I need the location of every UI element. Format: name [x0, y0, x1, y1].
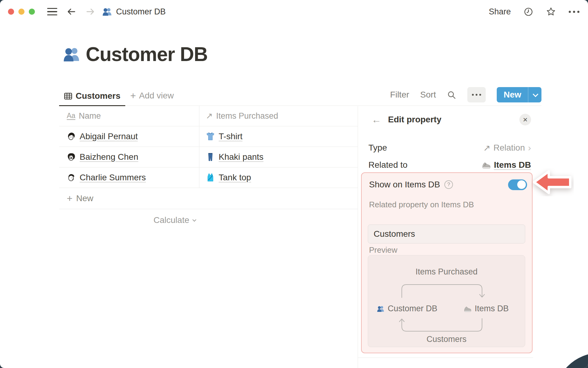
calculate-label: Calculate: [153, 215, 189, 225]
type-label: Type: [368, 143, 387, 153]
table-row: Baizheng Chen Khaki pants: [59, 147, 358, 167]
column-header-name[interactable]: Aa Name: [59, 106, 199, 126]
add-view-label: Add view: [139, 91, 174, 101]
preview-items-db: Items DB: [464, 304, 509, 313]
name-cell[interactable]: Baizheng Chen: [59, 147, 199, 167]
close-window-button[interactable]: [8, 9, 14, 15]
preview-left-label: Customer DB: [388, 304, 437, 313]
chevron-down-icon: [192, 218, 196, 222]
items-cell[interactable]: Khaki pants: [199, 147, 358, 167]
favorite-star-icon[interactable]: [546, 7, 556, 17]
back-arrow-icon[interactable]: [66, 7, 76, 17]
add-view-button[interactable]: + Add view: [125, 91, 177, 105]
relation-icon: ↗: [206, 111, 213, 121]
edit-property-panel: ← Edit property × Type ↗ Relation › Rela…: [358, 106, 543, 368]
table-row: Charlie Summers Tank top: [59, 167, 358, 188]
relation-preview-diagram: Items Purchased Customer DB Items DB Cus…: [368, 255, 525, 347]
panel-header: ← Edit property ×: [371, 113, 531, 126]
page-title[interactable]: Customer DB: [86, 43, 208, 66]
breadcrumb[interactable]: Customer DB: [102, 6, 166, 17]
table-header-row: Aa Name ↗ Items Purchased: [59, 106, 358, 126]
annotation-arrow-icon: [531, 168, 574, 196]
preview-customer-db: Customer DB: [377, 304, 437, 313]
titlebar: Customer DB Share: [0, 0, 588, 23]
people-icon[interactable]: [62, 45, 81, 63]
column-label: Name: [79, 111, 101, 121]
history-clock-icon[interactable]: [524, 7, 533, 17]
name-cell[interactable]: Charlie Summers: [59, 167, 199, 188]
breadcrumb-title: Customer DB: [116, 7, 166, 17]
related-to-value-button[interactable]: Items DB: [482, 160, 531, 170]
items-cell[interactable]: T-shirt: [199, 126, 358, 147]
table-view-icon: [64, 92, 73, 101]
avatar-charlie: [67, 173, 76, 182]
notion-window: Customer DB Share Customer DB Customers: [0, 0, 588, 368]
related-to-value: Items DB: [494, 160, 531, 170]
type-value: Relation: [493, 143, 525, 153]
type-value-button[interactable]: ↗ Relation ›: [483, 143, 531, 153]
sneaker-icon: [482, 160, 491, 170]
filter-button[interactable]: Filter: [390, 90, 409, 100]
forward-arrow-icon[interactable]: [85, 7, 95, 17]
view-toolbar: Customers + Add view Filter Sort New: [59, 87, 541, 106]
panel-divider: [358, 358, 533, 358]
panel-back-icon[interactable]: ←: [371, 114, 381, 125]
toggle-knob: [517, 180, 526, 189]
relation-icon: ↗: [483, 143, 490, 153]
page-header: Customer DB: [62, 43, 208, 66]
related-to-label: Related to: [368, 160, 408, 170]
row-item-link[interactable]: Khaki pants: [219, 152, 263, 162]
people-icon: [377, 305, 385, 313]
name-cell[interactable]: Abigail Pernaut: [59, 126, 199, 147]
tanktop-icon: [206, 173, 215, 182]
sort-button[interactable]: Sort: [420, 90, 436, 100]
jeans-icon: [206, 152, 215, 162]
new-row-button[interactable]: + New: [59, 188, 358, 209]
new-button[interactable]: New: [497, 87, 528, 102]
calculate-button[interactable]: Calculate: [59, 209, 199, 231]
preview-label: Preview: [369, 245, 397, 255]
share-button[interactable]: Share: [489, 7, 511, 17]
new-row-label: New: [76, 194, 93, 203]
search-icon[interactable]: [447, 90, 456, 100]
row-name-link[interactable]: Abigail Pernaut: [80, 132, 138, 141]
new-dropdown-button[interactable]: [528, 87, 541, 102]
column-label: Items Purchased: [216, 111, 278, 121]
chevron-right-icon: ›: [528, 143, 531, 153]
show-toggle-label: Show on Items DB: [369, 180, 440, 190]
titlebar-actions: Share: [489, 7, 579, 17]
show-on-items-db-row: Show on Items DB ?: [369, 178, 527, 191]
preview-bottom-label: Customers: [427, 335, 467, 344]
related-property-input[interactable]: [368, 224, 525, 243]
plus-icon: +: [130, 91, 136, 101]
minimize-window-button[interactable]: [18, 9, 24, 15]
customers-table: Aa Name ↗ Items Purchased Abigail Pernau…: [59, 106, 358, 231]
row-item-link[interactable]: Tank top: [219, 173, 251, 182]
related-property-label: Related property on Items DB: [369, 200, 474, 209]
people-icon: [102, 6, 112, 17]
table-row: Abigail Pernaut T-shirt: [59, 126, 358, 147]
panel-title: Edit property: [388, 115, 441, 125]
preview-top-label: Items Purchased: [416, 267, 478, 277]
avatar-abigail: [67, 132, 76, 141]
new-split-button: New: [497, 87, 541, 102]
row-name-link[interactable]: Baizheng Chen: [80, 152, 138, 162]
show-on-items-db-toggle[interactable]: [508, 179, 527, 190]
toolbar-actions: Filter Sort New: [390, 87, 541, 105]
column-header-items-purchased[interactable]: ↗ Items Purchased: [199, 106, 358, 126]
tab-customers[interactable]: Customers: [59, 91, 125, 106]
help-icon[interactable]: ?: [444, 180, 453, 189]
zoom-window-button[interactable]: [29, 9, 35, 15]
highlighted-section: Show on Items DB ? Related property on I…: [361, 172, 533, 353]
items-cell[interactable]: Tank top: [199, 167, 358, 188]
row-name-link[interactable]: Charlie Summers: [80, 173, 146, 182]
view-more-button[interactable]: [467, 87, 486, 102]
sneaker-icon: [464, 305, 472, 313]
panel-close-icon[interactable]: ×: [519, 114, 531, 125]
plus-icon: +: [67, 194, 73, 203]
sidebar-menu-icon[interactable]: [47, 8, 57, 16]
row-item-link[interactable]: T-shirt: [219, 132, 243, 141]
chevron-down-icon: [533, 91, 538, 97]
more-options-icon[interactable]: [569, 11, 579, 13]
tab-label: Customers: [76, 91, 120, 101]
